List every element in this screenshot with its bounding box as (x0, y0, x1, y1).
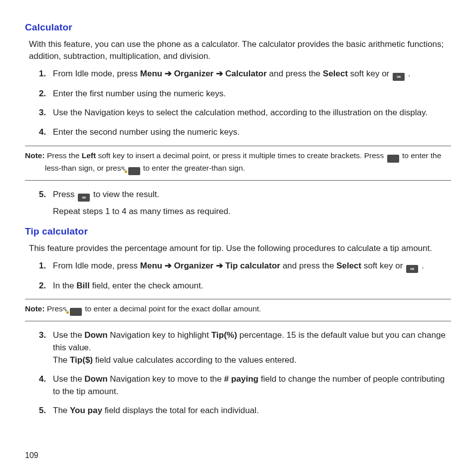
step-text: Use the Navigation keys to select the ca… (53, 107, 451, 119)
step-num: 1. (39, 260, 53, 272)
step-text: Use the Down Navigation key to move to t… (53, 373, 451, 398)
step-num: 1. (39, 68, 53, 80)
step-num: 4. (39, 373, 53, 386)
note-calculator: Note: Press the Left soft key to insert … (25, 146, 451, 181)
step-3: 3. Use the Navigation keys to select the… (25, 107, 451, 119)
step-text: Enter the second number using the numeri… (53, 126, 451, 139)
step-text: From Idle mode, press Menu ➔ Organizer ➔… (53, 260, 451, 273)
heading-calculator: Calculator (25, 20, 451, 34)
step-4: 4. Enter the second number using the num… (25, 126, 451, 139)
step-1: 1. From Idle mode, press Menu ➔ Organize… (25, 260, 451, 273)
steps-calculator: 1. From Idle mode, press Menu ➔ Organize… (25, 68, 451, 139)
step-text: The You pay field displays the total for… (53, 405, 451, 417)
step-num: 3. (39, 107, 53, 119)
step-num: 5. (39, 405, 53, 417)
step-1: 1. From Idle mode, press Menu ➔ Organize… (25, 68, 451, 81)
step-5: 5. The You pay field displays the total … (25, 405, 451, 417)
steps-tip: 1. From Idle mode, press Menu ➔ Organize… (25, 260, 451, 292)
step-num: 2. (39, 280, 53, 292)
step-2: 2. Enter the first number using the nume… (25, 88, 451, 100)
star-key-icon (128, 167, 140, 175)
step-text: Use the Down Navigation key to highlight… (53, 329, 451, 366)
step-2: 2. In the Bill field, enter the check am… (25, 280, 451, 292)
ok-key-icon (78, 194, 90, 202)
intro-tip: This feature provides the percentage amo… (29, 242, 451, 255)
step-4: 4. Use the Down Navigation key to move t… (25, 373, 451, 398)
intro-calculator: With this feature, you can use the phone… (29, 38, 451, 63)
note-tip: Note: Press to enter a decimal point for… (25, 299, 451, 321)
steps-calculator-cont: 5. Press to view the result. (25, 189, 451, 202)
step-text: Press to view the result. (53, 189, 451, 202)
step-text: From Idle mode, press Menu ➔ Organizer ➔… (53, 68, 451, 81)
step-num: 2. (39, 88, 53, 100)
note-label: Note: (25, 151, 45, 160)
note-label: Note: (25, 304, 45, 313)
step-num: 4. (39, 126, 53, 139)
steps-tip-cont: 3. Use the Down Navigation key to highli… (25, 329, 451, 417)
step-5-sub: Repeat steps 1 to 4 as many times as req… (53, 206, 451, 218)
ok-key-icon (393, 73, 405, 81)
step-5: 5. Press to view the result. (25, 189, 451, 202)
step-text: In the Bill field, enter the check amoun… (53, 280, 451, 292)
step-text: Enter the first number using the numeric… (53, 88, 451, 100)
step-num: 5. (39, 189, 53, 201)
heading-tip: Tip calculator (25, 225, 451, 238)
hash-key-icon (387, 155, 399, 163)
step-3: 3. Use the Down Navigation key to highli… (25, 329, 451, 366)
star-key-icon (70, 308, 82, 316)
ok-key-icon (406, 265, 418, 273)
step-num: 3. (39, 329, 53, 342)
